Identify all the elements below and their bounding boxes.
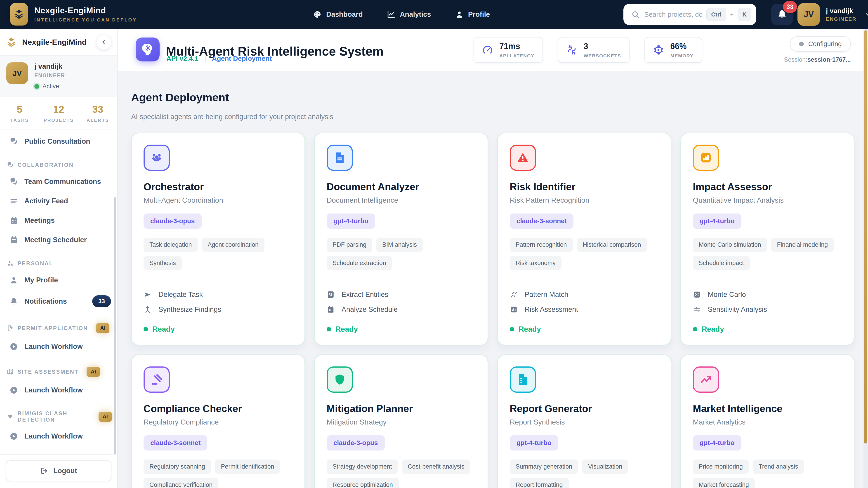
agent-card-document-analyzer: Document Analyzer Document Intelligence …	[314, 133, 488, 346]
sidebar-item-launch-workflow[interactable]: Launch Workflow	[0, 381, 117, 400]
nav-item-dashboard[interactable]: Dashboard	[313, 10, 363, 19]
action-label: Delegate Task	[158, 291, 203, 299]
sidebar-section-bim-gis-clash-detection: BIM/GIS CLASH DETECTIONAI	[0, 400, 117, 427]
sidebar-item-label: My Profile	[24, 276, 58, 284]
calendar-check-icon	[9, 236, 18, 244]
page-subtitle: AI specialist agents are being configure…	[131, 113, 855, 121]
capability-tag: Historical comparison	[577, 238, 647, 252]
system-header: Multi-Agent Risk Intelligence System API…	[118, 29, 868, 71]
avatar: JV	[798, 3, 820, 26]
sidebar-item-label: Meetings	[24, 217, 55, 225]
search-icon	[631, 10, 640, 19]
nodes-icon	[7, 413, 13, 420]
page-scrollbar[interactable]	[864, 29, 868, 488]
capability-tag: Compliance verification	[144, 478, 218, 488]
content-area: Agent Deployment AI specialist agents ar…	[118, 71, 868, 488]
ai-badge: AI	[96, 323, 110, 333]
user-status: Active	[34, 83, 65, 90]
stat-value: 12	[39, 104, 78, 115]
sidebar-item-notifications[interactable]: Notifications33	[0, 290, 117, 313]
sliders-icon	[693, 305, 701, 314]
agent-card-compliance-checker: Compliance Checker Regulatory Compliance…	[131, 355, 305, 488]
agent-icon	[510, 144, 536, 171]
capability-tag: Trend analysis	[753, 459, 804, 474]
agent-subtitle: Multi-Agent Coordination	[144, 196, 293, 204]
section-label: COLLABORATION	[18, 162, 74, 168]
user-icon	[455, 10, 464, 19]
agent-subtitle: Quantitative Impact Analysis	[693, 196, 842, 204]
brand: Nexgile-EngiMind INTELLIGENCE YOU CAN DE…	[10, 3, 137, 26]
file-search-icon	[327, 291, 335, 299]
user-menu[interactable]: JV j vandijk ENGINEER	[798, 3, 868, 26]
sidebar-item-meetings[interactable]: Meetings	[0, 211, 117, 230]
metric-memory: 66%MEMORY	[645, 37, 702, 63]
stat-projects: 12PROJECTS	[39, 104, 78, 123]
brand-tagline: INTELLIGENCE YOU CAN DEPLOY	[34, 18, 137, 23]
divider	[693, 281, 842, 281]
sidebar-item-meeting-scheduler[interactable]: Meeting Scheduler	[0, 230, 117, 250]
sidebar-brand-name: Nexgile-EngiMind	[22, 38, 87, 46]
action-label: Monte Carlo	[708, 291, 746, 299]
nav-label: Analytics	[400, 10, 431, 19]
nav-label: Dashboard	[326, 10, 363, 19]
search-input[interactable]	[644, 10, 702, 19]
sidebar-item-launch-workflow[interactable]: Launch Workflow	[0, 427, 117, 446]
sidebar-item-launch-workflow[interactable]: Launch Workflow	[0, 337, 117, 356]
metric-value: 66%	[670, 41, 693, 51]
sidebar-scrollbar[interactable]	[114, 197, 116, 454]
sidebar-collapse-button[interactable]	[96, 35, 112, 50]
agent-name: Orchestrator	[144, 181, 293, 193]
sidebar-item-my-profile[interactable]: My Profile	[0, 270, 117, 290]
sidebar-item-team-communications[interactable]: Team Communications	[0, 172, 117, 191]
agent-status: Ready	[144, 325, 293, 333]
logout-label: Logout	[53, 467, 77, 475]
agent-subtitle: Risk Pattern Recognition	[510, 196, 659, 204]
capability-tag: BIM analysis	[376, 238, 423, 252]
agent-icon	[144, 144, 170, 171]
logout-button[interactable]: Logout	[6, 460, 112, 481]
gauge-icon	[482, 44, 493, 55]
capability-tag: Price monitoring	[693, 459, 749, 474]
agent-name: Report Generator	[510, 403, 659, 414]
sidebar-item-activity-feed[interactable]: Activity Feed	[0, 191, 117, 211]
notifications-button[interactable]: 33	[771, 4, 793, 25]
nav-item-profile[interactable]: Profile	[455, 10, 490, 19]
sidebar-header: Nexgile-EngiMind	[0, 29, 117, 56]
agent-action-sensitivity-analysis: Sensitivity Analysis	[693, 305, 842, 314]
agent-name: Risk Identifier	[510, 181, 659, 193]
ready-label: Ready	[519, 325, 541, 333]
capability-tag: Permit identification	[215, 459, 280, 474]
agent-action-synthesize-findings: Synthesize Findings	[144, 305, 293, 314]
agent-subtitle: Document Intelligence	[327, 196, 476, 204]
head-gear-icon	[141, 43, 154, 56]
agent-action-monte-carlo: Monte Carlo	[693, 291, 842, 299]
shortcut-key-ctrl: Ctrl	[706, 8, 726, 21]
nav-item-analytics[interactable]: Analytics	[387, 10, 431, 19]
notifications-count-badge: 33	[783, 1, 797, 13]
global-search[interactable]: Ctrl + K	[623, 4, 756, 25]
map-pin-icon	[7, 368, 13, 375]
warning-icon	[517, 151, 529, 164]
agent-card-impact-assessor: Impact Assessor Quantitative Impact Anal…	[680, 133, 855, 346]
agent-tags: Task delegationAgent coordinationSynthes…	[144, 238, 293, 270]
agent-action-analyze-schedule: Analyze Schedule	[327, 305, 476, 314]
divider	[327, 281, 476, 281]
sidebar-item-public-consultation[interactable]: Public Consultation	[0, 132, 117, 151]
ready-dot	[693, 327, 698, 331]
capability-tag: Pattern recognition	[510, 238, 573, 252]
sidebar-item-label: Meeting Scheduler	[24, 236, 87, 244]
agent-subtitle: Market Analytics	[693, 418, 842, 426]
top-header: Nexgile-EngiMind INTELLIGENCE YOU CAN DE…	[0, 0, 868, 29]
stat-value: 33	[78, 104, 117, 115]
agent-name: Document Analyzer	[327, 181, 476, 193]
user-role: ENGINEER	[826, 16, 857, 22]
breadcrumb[interactable]: Agent Deployment	[212, 55, 272, 62]
metric-label: WEBSOCKETS	[584, 53, 621, 59]
plug-icon	[566, 44, 577, 55]
page-scrollbar-thumb[interactable]	[864, 30, 867, 444]
agent-card-market-intelligence: Market Intelligence Market Analytics gpt…	[680, 355, 855, 488]
capability-tag: Cost-benefit analysis	[402, 459, 470, 474]
agent-icon	[510, 366, 536, 393]
capability-tag: Schedule impact	[693, 256, 750, 270]
action-label: Synthesize Findings	[158, 305, 221, 314]
